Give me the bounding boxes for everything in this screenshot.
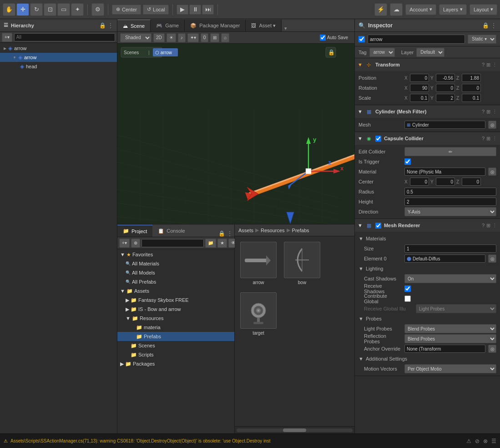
fx-dropdown[interactable]: ✦▾ <box>187 33 199 42</box>
services-icon[interactable]: ⚡ <box>374 3 387 16</box>
favorites-item[interactable]: ▼ ★ Favorites <box>117 250 234 259</box>
asset-item-arrow[interactable]: arrow <box>240 242 277 285</box>
render-mode-dropdown[interactable]: Shaded <box>120 33 152 42</box>
scale-y-input[interactable] <box>436 94 455 102</box>
inspector-lock-btn[interactable]: 🔒 <box>482 22 489 29</box>
hierarchy-search[interactable] <box>14 33 115 41</box>
tab-game[interactable]: 🎮 Game <box>151 20 185 31</box>
project-lock-btn[interactable]: 🔒 <box>218 230 225 237</box>
additional-settings-header[interactable]: ▼ Additional Settings <box>355 354 500 364</box>
reflection-probes-select[interactable]: Blend Probes <box>404 334 496 343</box>
probes-subsection-header[interactable]: ▼ Probes <box>355 314 500 324</box>
rotate-tool[interactable]: ↻ <box>30 3 43 16</box>
mesh-renderer-header[interactable]: ▼ ▦ Mesh Renderer ? ⊞ ⋮ <box>355 219 500 232</box>
transform-help-btn[interactable]: ? <box>482 62 485 68</box>
capsule-collider-header[interactable]: ▼ ◉ Capsule Collider ? ⊞ ⋮ <box>355 132 500 145</box>
transform-preset-btn[interactable]: ⊞ <box>486 62 490 68</box>
hierarchy-item-arrow-child[interactable]: ▼ ◈ arrow <box>0 53 117 62</box>
transform-header[interactable]: ▼ ⊹ Transform ? ⊞ ⋮ <box>355 58 500 71</box>
materia-item[interactable]: ▶ 📁 materia <box>117 323 234 332</box>
breadcrumb-prefabs[interactable]: Prefabs <box>292 228 309 233</box>
mesh-renderer-enabled-checkbox[interactable] <box>375 223 381 229</box>
hierarchy-item-arrow-root[interactable]: ▶ ◈ arrow <box>0 44 117 53</box>
motion-vectors-select[interactable]: Per Object Motio <box>404 364 496 373</box>
receive-shadows-checkbox[interactable] <box>404 285 411 292</box>
light-probes-select[interactable]: Blend Probes <box>404 324 496 333</box>
hierarchy-more-btn[interactable]: ⋮ <box>108 22 113 29</box>
tab-asset[interactable]: 🖼 Asset ▾ <box>246 20 282 31</box>
hierarchy-lock-btn[interactable]: 🔒 <box>99 22 106 29</box>
asset-item-bow[interactable]: bow <box>284 242 320 285</box>
tab-project[interactable]: 📁 Project <box>117 225 152 237</box>
is-trigger-checkbox[interactable] <box>404 158 411 165</box>
rot-z-input[interactable] <box>462 84 481 92</box>
mesh-filter-preset-btn[interactable]: ⊞ <box>486 109 490 115</box>
scale-tool[interactable]: ⊡ <box>44 3 56 16</box>
layers-dropdown[interactable]: Layers ▾ <box>439 4 467 15</box>
direction-select[interactable]: Y-Axis <box>404 207 496 216</box>
pivot-center-btn[interactable]: ⊕ Center <box>112 5 141 15</box>
scale-z-input[interactable] <box>462 94 481 102</box>
is-bow-arrow-item[interactable]: ▶ 📁 IS - Bow and arrow <box>117 305 234 314</box>
mesh-filter-help-btn[interactable]: ? <box>482 109 485 115</box>
mesh-renderer-more-btn[interactable]: ⋮ <box>492 223 497 229</box>
lighting-toggle[interactable]: ☀ <box>167 33 176 42</box>
size-input[interactable] <box>404 244 496 253</box>
gizmos-btn[interactable]: ⌂ <box>221 33 229 42</box>
breadcrumb-assets[interactable]: Assets <box>238 228 253 233</box>
anchor-override-input[interactable] <box>404 345 485 353</box>
move-tool[interactable]: ✛ <box>16 3 29 16</box>
all-materials-item[interactable]: 🔍 All Materials <box>117 259 234 268</box>
rot-x-input[interactable] <box>410 84 429 92</box>
pos-z-input[interactable] <box>462 74 481 82</box>
project-add-btn[interactable]: +▾ <box>119 239 130 248</box>
pos-x-input[interactable] <box>410 74 429 82</box>
project-search-toggle[interactable]: ⊕ <box>131 239 140 248</box>
step-button[interactable]: ⏭ <box>202 5 214 15</box>
object-name-input[interactable] <box>368 35 465 44</box>
material-picker-btn[interactable]: ◎ <box>488 168 496 176</box>
center-y-input[interactable] <box>436 178 455 186</box>
space-local-btn[interactable]: ↺ Local <box>143 5 169 15</box>
breadcrumb-resources[interactable]: Resources <box>261 228 285 233</box>
hierarchy-add-btn[interactable]: +▾ <box>2 33 12 42</box>
element0-picker-btn[interactable]: ◎ <box>488 255 496 263</box>
rect-tool[interactable]: ▭ <box>57 3 70 16</box>
collapse-btn[interactable]: ☰ <box>491 438 496 444</box>
cloud-icon[interactable]: ☁ <box>390 3 403 16</box>
project-more-btn[interactable]: ⋮ <box>227 230 232 237</box>
project-folders-btn[interactable]: 📁 <box>205 239 216 248</box>
height-input[interactable] <box>404 198 496 206</box>
grid-toggle[interactable]: ⊞ <box>210 33 219 42</box>
mesh-renderer-preset-btn[interactable]: ⊞ <box>486 223 490 229</box>
capsule-more-btn[interactable]: ⋮ <box>492 136 497 142</box>
transform-more-btn[interactable]: ⋮ <box>492 62 497 68</box>
radius-input[interactable] <box>404 188 496 196</box>
pos-y-input[interactable] <box>436 74 455 82</box>
tab-more[interactable]: ▾ <box>282 25 290 31</box>
fantasy-skybox-item[interactable]: ▶ 📁 Fantasy Skybox FREE <box>117 295 234 305</box>
center-z-input[interactable] <box>462 178 481 186</box>
capsule-enabled-checkbox[interactable] <box>375 136 381 142</box>
warning-toggle-btn[interactable]: ⊘ <box>475 438 480 444</box>
contribute-global-checkbox[interactable] <box>404 295 411 302</box>
mesh-picker-btn[interactable]: ◎ <box>488 121 496 129</box>
prefabs-item[interactable]: ▶ 📁 Prefabs <box>117 332 234 341</box>
tag-select[interactable]: arrow <box>369 48 395 57</box>
packages-item[interactable]: ▶ 📁 Packages <box>117 359 234 368</box>
autosave-toggle[interactable]: Auto Save <box>316 33 352 42</box>
capsule-help-btn[interactable]: ? <box>482 136 485 142</box>
scripts-item[interactable]: ▶ 📁 Scripts <box>117 350 234 359</box>
asset-item-target[interactable]: target <box>240 292 277 336</box>
layout-dropdown[interactable]: Layout ▾ <box>470 4 497 15</box>
autosave-checkbox[interactable] <box>320 35 326 41</box>
edit-collider-btn[interactable]: ✏ <box>404 147 496 156</box>
mesh-filter-more-btn[interactable]: ⋮ <box>492 109 497 115</box>
material-input[interactable] <box>404 168 485 176</box>
info-toggle-btn[interactable]: ⊗ <box>483 438 488 444</box>
hierarchy-item-head[interactable]: ◈ head <box>0 62 117 71</box>
scrollbar-track[interactable] <box>237 428 353 432</box>
project-favorites-btn[interactable]: ★ <box>217 239 227 248</box>
custom-editor-tool[interactable]: ⚙ <box>91 3 104 16</box>
tab-console[interactable]: 📋 Console <box>152 225 190 237</box>
